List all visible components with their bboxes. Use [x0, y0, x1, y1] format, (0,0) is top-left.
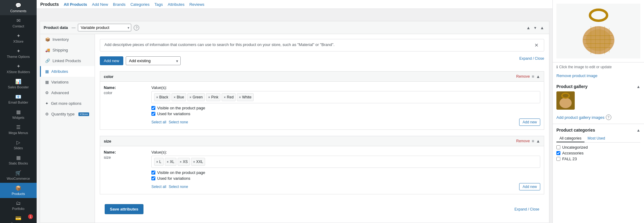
info-bar-close-icon[interactable]: ✕ [533, 42, 540, 48]
close-section-button[interactable]: ▲ [539, 25, 545, 31]
subnav-add-new[interactable]: Add New [92, 2, 108, 7]
attribute-color-toggle-icon[interactable]: ▲ [536, 74, 540, 79]
cat-accessories-label[interactable]: Accessories [562, 151, 584, 155]
tag-xs-remove[interactable]: × [180, 160, 182, 164]
size-visible-on-page-text: Visible on the product page [157, 170, 205, 175]
attribute-color-tags[interactable]: × Black × Blue × Green [151, 91, 540, 103]
tag-blue-remove[interactable]: × [174, 96, 175, 99]
cat-accessories-checkbox[interactable] [556, 151, 560, 155]
tag-green-remove[interactable]: × [190, 96, 191, 99]
used-for-variations-label[interactable]: Used for variations [151, 112, 540, 116]
tag-white-remove[interactable]: × [239, 96, 241, 99]
gallery-help-icon[interactable]: ? [606, 115, 611, 120]
sidebar-item-products[interactable]: 📦 Products [0, 183, 37, 198]
sidebar-item-slides[interactable]: ▷ Slides [0, 137, 37, 152]
gallery-thumb-1[interactable] [556, 91, 575, 110]
tab-variations[interactable]: ▦ Variations [40, 77, 95, 87]
tag-green[interactable]: × Green [187, 93, 205, 101]
sidebar-item-portfolio[interactable]: 🗂 Portfolio [0, 198, 37, 213]
color-select-none-button[interactable]: Select none [169, 120, 188, 124]
product-image-area[interactable] [556, 4, 640, 58]
visible-on-page-checkbox[interactable] [151, 106, 155, 110]
sidebar-item-contact[interactable]: ✉ Contact [0, 15, 37, 30]
add-new-button[interactable]: Add new [100, 56, 123, 65]
cat-uncategorized-label[interactable]: Uncategorized [562, 145, 588, 150]
remove-product-image-link[interactable]: Remove product image [553, 73, 644, 80]
attribute-size-tags[interactable]: × L × XL × XS [151, 156, 540, 168]
subnav-brands[interactable]: Brands [113, 2, 125, 7]
product-categories-toggle-icon[interactable]: ▲ [636, 128, 640, 133]
attribute-size-toggle-icon[interactable]: ▲ [536, 139, 540, 143]
sidebar-item-sales-booster[interactable]: 📊 Sales Booster [0, 76, 37, 91]
cat-uncategorized-checkbox[interactable] [556, 145, 560, 149]
tab-attributes[interactable]: ▦ Attributes [40, 66, 95, 77]
collapse-up-button[interactable]: ▲ [525, 25, 532, 31]
sidebar-item-email-builder[interactable]: 📧 Email Builder [0, 91, 37, 107]
tag-blue[interactable]: × Blue [172, 93, 186, 101]
sidebar-item-static-blocks[interactable]: ▦ Static Blocks [0, 152, 37, 168]
expand-close-link[interactable]: Expand / Close [519, 56, 544, 65]
subnav-tags[interactable]: Tags [154, 2, 163, 7]
tab-shipping[interactable]: 🚚 Shipping [40, 45, 95, 55]
attribute-color-handle-icon[interactable]: ≡ [532, 74, 534, 79]
tag-red-remove[interactable]: × [224, 96, 226, 99]
product-type-help-icon[interactable]: ? [134, 25, 139, 30]
size-select-all-button[interactable]: Select all [151, 185, 166, 189]
size-select-none-button[interactable]: Select none [169, 185, 188, 189]
size-used-for-variations-label[interactable]: Used for variations [151, 176, 540, 181]
subnav-categories[interactable]: Categories [130, 2, 150, 7]
used-for-variations-checkbox[interactable] [151, 112, 155, 116]
subnav-reviews[interactable]: Reviews [189, 2, 204, 7]
add-existing-select[interactable]: Add existing [126, 56, 181, 65]
tag-white[interactable]: × White [237, 93, 254, 101]
collapse-down-button[interactable]: ▾ [533, 25, 537, 31]
subnav-attributes[interactable]: Attributes [168, 2, 185, 7]
tag-l[interactable]: × L [154, 158, 164, 166]
tab-get-more-options[interactable]: ✦ Get more options [40, 98, 95, 109]
attribute-size-remove[interactable]: Remove [516, 139, 530, 143]
sidebar-item-xstore[interactable]: ✦ XStore [0, 30, 37, 46]
sidebar-item-xstore-builders[interactable]: ✦ XStore Builders [0, 61, 37, 76]
sidebar-item-widgets[interactable]: ▦ Widgets [0, 107, 37, 122]
color-select-all-button[interactable]: Select all [151, 120, 166, 124]
tag-pink-remove[interactable]: × [208, 96, 210, 99]
tag-black-remove[interactable]: × [156, 96, 158, 99]
tag-red[interactable]: × Red [222, 93, 236, 101]
subnav-all-products[interactable]: All Products [64, 2, 87, 7]
sidebar-item-mega-menus[interactable]: ☰ Mega Menus [0, 122, 37, 137]
sidebar-item-comments[interactable]: 💬 Comments [0, 0, 37, 15]
tag-xs[interactable]: × XS [178, 158, 190, 166]
sidebar-item-label: Slides [14, 146, 23, 150]
tag-black[interactable]: × Black [154, 93, 170, 101]
bottom-expand-close-link[interactable]: Expand / Close [515, 207, 539, 211]
size-visible-on-page-checkbox[interactable] [151, 171, 155, 175]
color-add-new-button[interactable]: Add new [519, 119, 540, 126]
cat-fall23-checkbox[interactable] [556, 157, 560, 161]
cat-fall23-label[interactable]: FALL 23 [562, 157, 577, 161]
attribute-color-remove[interactable]: Remove [516, 74, 530, 79]
tag-xxl-remove[interactable]: × [193, 160, 195, 164]
product-gallery-toggle-icon[interactable]: ▲ [636, 84, 640, 89]
size-visible-on-page-label[interactable]: Visible on the product page [151, 170, 540, 175]
sidebar-item-woocommerce[interactable]: 🛒 WooCommerce [0, 168, 37, 183]
categories-tab-all[interactable]: All categories [556, 135, 584, 142]
tag-l-remove[interactable]: × [156, 160, 158, 164]
tag-xl-remove[interactable]: × [167, 160, 169, 164]
product-type-select[interactable]: Simple product Variable product Grouped … [78, 24, 131, 31]
visible-on-page-label[interactable]: Visible on the product page [151, 106, 540, 110]
tag-pink[interactable]: × Pink [206, 93, 220, 101]
tab-quantity-type[interactable]: ⚙ Quantity type XStore [40, 109, 95, 119]
tab-linked-products[interactable]: 🔗 Linked Products [40, 55, 95, 66]
sidebar-item-theme-options[interactable]: ✦ Theme Options [0, 46, 37, 61]
categories-tab-most-used[interactable]: Most Used [584, 135, 608, 142]
tag-xxl[interactable]: × XXL [191, 158, 205, 166]
size-add-new-button[interactable]: Add new [519, 183, 540, 190]
sidebar-item-payments[interactable]: 💳 Payments 1 [0, 213, 37, 223]
attribute-size-handle-icon[interactable]: ≡ [532, 139, 534, 143]
tab-inventory[interactable]: 📦 Inventory [40, 34, 95, 45]
save-attributes-button[interactable]: Save attributes [105, 204, 143, 214]
add-gallery-images-link[interactable]: Add product gallery images ? [556, 115, 640, 120]
tag-xl[interactable]: × XL [165, 158, 177, 166]
tab-advanced[interactable]: ⚙ Advanced [40, 87, 95, 98]
size-used-for-variations-checkbox[interactable] [151, 176, 155, 180]
